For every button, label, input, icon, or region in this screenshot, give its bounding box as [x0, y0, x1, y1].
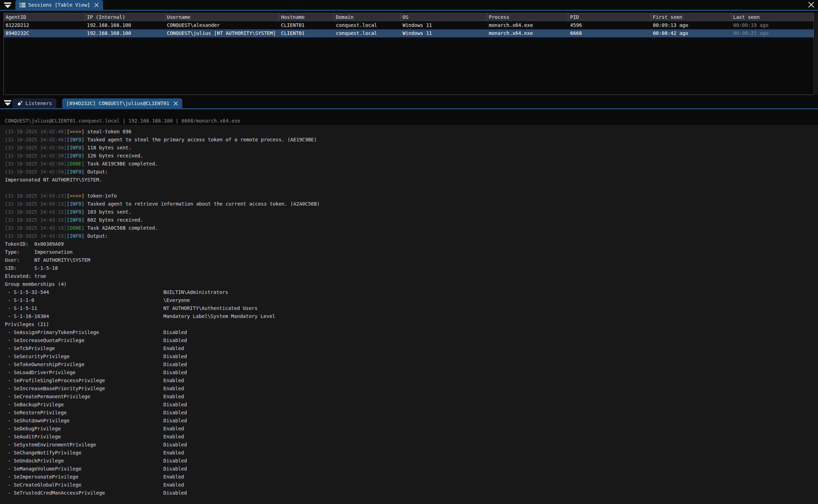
table-row[interactable]: 894D232C192.168.168.100CONQUEST\julius [… — [4, 29, 814, 37]
console-line: - SeSystemEnvironmentPrivilegeDisabled — [5, 441, 815, 449]
tab-close-icon[interactable] — [174, 101, 178, 106]
sessions-table: AgentIDIP (Internal)UsernameHostnameDoma… — [3, 13, 814, 95]
tabbar-underline — [0, 10, 818, 11]
header-cell: PID — [568, 13, 651, 21]
console-header: CONQUEST\julius@CLIENT01.conquest.local … — [0, 109, 818, 126]
table-cell: monarch.x64.exe — [487, 21, 568, 29]
header-cell: Domain — [334, 13, 401, 21]
console-line: - SeBackupPrivilegeDisabled — [5, 401, 815, 409]
console-lines: [31-10-2025 14:42:46][>>>>] steal-token … — [5, 128, 815, 497]
console-line: SID: S-1-5-18 — [5, 264, 815, 272]
console-line: [31-10-2025 14:42:50][DONE] Task AE19C9B… — [5, 160, 815, 168]
table-list-icon — [20, 2, 25, 8]
console-line: [31-10-2025 14:43:15][INFO] Output: — [5, 232, 815, 240]
table-cell: 192.168.168.100 — [85, 29, 165, 37]
header-cell: OS — [401, 13, 487, 21]
tab-label: Sessions [Table View] — [28, 2, 90, 8]
table-scrollbar[interactable] — [815, 13, 818, 95]
console-line: - SeRestorePrivilegeDisabled — [5, 409, 815, 417]
close-icon — [808, 2, 814, 8]
console-line: - SeSecurityPrivilegeDisabled — [5, 353, 815, 361]
table-cell: 00:09:13 ago — [651, 21, 731, 29]
console-line: - SeAuditPrivilegeEnabled — [5, 433, 815, 441]
conquest-c2-window: Sessions [Table View] AgentIDIP (Interna… — [0, 0, 818, 504]
console-line: - S-1-1-0\Everyone — [5, 296, 815, 304]
satellite-icon — [17, 101, 23, 106]
console-line: Type: Impersonation — [5, 248, 815, 256]
console-line: [31-10-2025 14:42:50][INFO] 126 bytes re… — [5, 152, 815, 160]
table-cell: CLIENT01 — [279, 29, 334, 37]
console-output[interactable]: [31-10-2025 14:42:46][>>>>] steal-token … — [0, 126, 818, 504]
header-cell: IP (Internal) — [85, 13, 165, 21]
table-cell: CLIENT01 — [279, 21, 334, 29]
tab-listeners[interactable]: Listeners — [13, 98, 56, 108]
table-cell: conquest.local — [334, 21, 401, 29]
console-line: - SeAssignPrimaryTokenPrivilegeDisabled — [5, 328, 815, 336]
console-line: [31-10-2025 14:43:13][INFO] Tasked agent… — [5, 200, 815, 208]
console-line: [31-10-2025 14:43:15][DONE] Task A2A0C56… — [5, 224, 815, 232]
sessions-table-body: 6122D212192.168.168.100CONQUEST\alexande… — [4, 21, 814, 37]
table-cell: CONQUEST\alexander — [165, 21, 279, 29]
console-line — [5, 184, 815, 192]
console-line: - SeDebugPrivilegeEnabled — [5, 425, 815, 433]
console-line: - S-1-5-32-544BUILTIN\Administrators — [5, 288, 815, 296]
table-cell: Windows 11 — [401, 29, 487, 37]
funnel-icon — [4, 2, 11, 8]
console-line: [31-10-2025 14:43:13][>>>>] token-info — [5, 192, 815, 200]
sessions-table-header: AgentIDIP (Internal)UsernameHostnameDoma… — [4, 13, 814, 21]
console-line: - SeCreateGlobalPrivilegeEnabled — [5, 481, 815, 489]
table-cell: conquest.local — [334, 29, 401, 37]
console-line: [31-10-2025 14:43:15][INFO] 103 bytes se… — [5, 208, 815, 216]
console-line: - SeTrustedCredManAccessPrivilegeDisable… — [5, 489, 815, 497]
table-cell: 00:00:19 ago — [731, 21, 814, 29]
filter-funnel-button[interactable] — [3, 1, 13, 9]
session-info-line: CONQUEST\julius@CLIENT01.conquest.local … — [5, 118, 240, 124]
console-line: - SeUndockPrivilegeDisabled — [5, 457, 815, 465]
console-line: - SeCreatePermanentPrivilegeEnabled — [5, 393, 815, 401]
console-line: [31-10-2025 14:42:50][INFO] Output: — [5, 168, 815, 176]
table-cell: 4596 — [568, 21, 651, 29]
header-cell: Process — [487, 13, 568, 21]
header-cell: Username — [165, 13, 279, 21]
console-line: - SeImpersonatePrivilegeEnabled — [5, 473, 815, 481]
console-line: - SeShutdownPrivilegeDisabled — [5, 417, 815, 425]
table-header-row: AgentIDIP (Internal)UsernameHostnameDoma… — [4, 13, 814, 21]
table-cell: 00:08:42 ago — [651, 29, 731, 37]
header-cell: AgentID — [4, 13, 85, 21]
console-line: TokenID: 0x00389A09 — [5, 240, 815, 248]
table-cell: 6122D212 — [4, 21, 85, 29]
console-line: - SeTcbPrivilegeEnabled — [5, 344, 815, 353]
console-line: - SeProfileSingleProcessPrivilegeEnabled — [5, 377, 815, 385]
tab-close-icon[interactable] — [94, 3, 99, 7]
tab-label: Listeners — [25, 101, 52, 106]
table-cell: 192.168.168.100 — [85, 21, 165, 29]
console-line: - SeManageVolumePrivilegeDisabled — [5, 465, 815, 473]
filter-funnel-button-bottom[interactable] — [3, 99, 13, 107]
header-cell: First seen — [651, 13, 731, 21]
console-line: [31-10-2025 14:42:46][INFO] Tasked agent… — [5, 136, 815, 144]
console-tabbar: Listeners [894D232C] CONQUEST\julius@CLI… — [0, 98, 818, 108]
tab-session-console[interactable]: [894D232C] CONQUEST\julius@CLIENT01 — [62, 98, 182, 108]
window-close-button[interactable] — [807, 1, 815, 8]
table-cell: 894D232C — [4, 29, 85, 37]
console-line: - SeTakeOwnershipPrivilegeDisabled — [5, 361, 815, 369]
console-line: Group memberships (4) — [5, 280, 815, 288]
console-line: - SeLoadDriverPrivilegeDisabled — [5, 369, 815, 377]
table-cell: CONQUEST\julius [NT AUTHORITY\SYSTEM] — [165, 29, 279, 37]
console-line: Impersonated NT AUTHORITY\SYSTEM. — [5, 176, 815, 184]
console-line: - S-1-5-11NT AUTHORITY\Authenticated Use… — [5, 304, 815, 312]
header-cell: Hostname — [279, 13, 334, 21]
table-cell: 6668 — [568, 29, 651, 37]
console-line: [31-10-2025 14:43:15][INFO] 602 bytes re… — [5, 216, 815, 224]
sessions-tabbar: Sessions [Table View] — [0, 0, 818, 10]
tab-label: [894D232C] CONQUEST\julius@CLIENT01 — [66, 101, 169, 106]
console-line: Privileges (21) — [5, 320, 815, 328]
tab-sessions-table-view[interactable]: Sessions [Table View] — [15, 0, 103, 10]
console-line: - S-1-16-16384Mandatory Label\System Man… — [5, 312, 815, 320]
console-line: User: NT AUTHORITY\SYSTEM — [5, 256, 815, 264]
table-cell: Windows 11 — [401, 21, 487, 29]
table-row[interactable]: 6122D212192.168.168.100CONQUEST\alexande… — [4, 21, 814, 29]
table-cell: monarch.x64.exe — [487, 29, 568, 37]
console-line: - SeIncreaseBasePriorityPrivilegeEnabled — [5, 385, 815, 393]
console-line: - SeIncreaseQuotaPrivilegeDisabled — [5, 336, 815, 344]
